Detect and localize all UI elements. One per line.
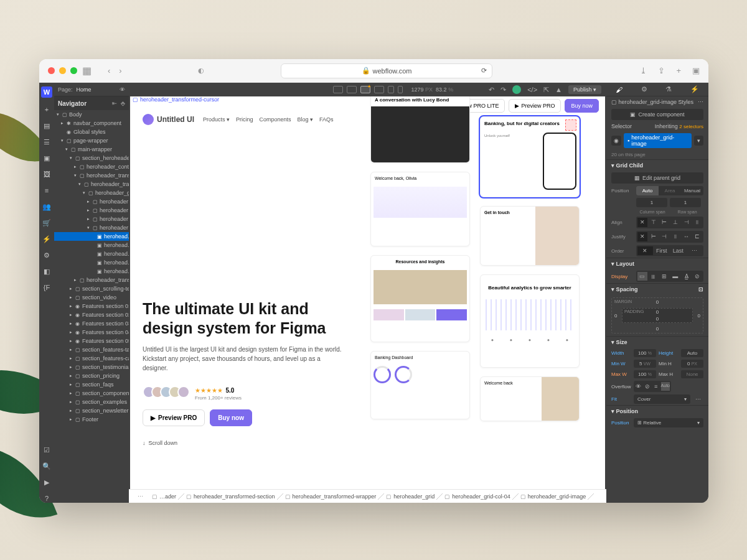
navigator-tree[interactable]: ▾▢Body▸✱navbar_component◉Global styles▾▢… [54, 110, 129, 503]
nav-link[interactable]: Pricing [236, 116, 253, 123]
tree-item[interactable]: ▸◉Features section 01 [54, 302, 129, 310]
class-chip[interactable]: ▪ heroheader_grid-image [624, 133, 692, 148]
tree-item[interactable]: ▸▢section_video [54, 293, 129, 302]
grid-card-selected[interactable]: ▢ heroheader_grid-image ⚙ Banking, but f… [480, 116, 580, 197]
webflow-logo-icon[interactable]: W [41, 86, 52, 98]
close-window-icon[interactable] [48, 67, 55, 74]
interactions-icon[interactable]: ⚗ [665, 85, 672, 93]
url-bar[interactable]: 🔒 webflow.com ⟳ [281, 63, 492, 78]
tree-item[interactable]: ▸▢section_features-tab… [54, 345, 129, 354]
tree-item[interactable]: ▸▢section_examples [54, 398, 129, 406]
components-icon[interactable]: ▣ [42, 154, 51, 162]
tree-item[interactable]: ▾▢page-wrapper [54, 136, 129, 145]
status-ok-icon[interactable] [512, 85, 521, 94]
download-icon[interactable]: ⤓ [640, 66, 647, 75]
grid-card[interactable]: A conversation with Lucy Bond [370, 96, 470, 163]
preview-pro-cta[interactable]: ▶ Preview PRO [143, 409, 205, 426]
device-xl-icon[interactable] [333, 86, 343, 93]
tree-item[interactable]: ▣herohead… [54, 241, 129, 250]
justify-buttons[interactable]: ✕⊢⊣⫴↔⊏ [636, 231, 703, 243]
spacing-editor[interactable]: MARGIN 0 0 0 0 PADDING 0 0 [611, 297, 703, 334]
search-icon[interactable]: 🔍 [42, 462, 51, 470]
fit-more-icon[interactable]: ⋯ [693, 395, 703, 404]
code-icon[interactable]: </> [527, 86, 537, 93]
order-buttons[interactable]: ✕FirstLast⋯ [636, 245, 703, 256]
settings-panel-icon[interactable]: ⚙ [641, 85, 647, 93]
col-span-input[interactable]: 1 [636, 198, 667, 207]
redo-icon[interactable]: ↷ [500, 86, 506, 94]
forward-icon[interactable]: › [119, 66, 121, 75]
breadcrumb-item[interactable]: ▢ …ader [147, 492, 181, 502]
settings-icon[interactable]: ⚙ [42, 251, 51, 259]
nav-link[interactable]: FAQs [319, 116, 334, 123]
tree-item[interactable]: ▸◉Features section 03 [54, 319, 129, 328]
align-buttons[interactable]: ✕⊤⊢⊥⊣⫴ [636, 217, 703, 228]
reload-icon[interactable]: ⟳ [481, 67, 487, 75]
fit-dropdown[interactable]: Cover▾ [634, 394, 690, 404]
position-dropdown[interactable]: ⊞ Relative▾ [634, 418, 703, 427]
maxw-input[interactable]: 100 % [634, 370, 656, 378]
tree-item[interactable]: ▾▢main-wrapper [54, 145, 129, 154]
tree-item[interactable]: ▸▢section_testimonials [54, 363, 129, 371]
pin-icon[interactable]: ⬘ [121, 100, 125, 106]
tree-item[interactable]: ▣herohead… [54, 267, 129, 276]
effects-icon[interactable]: ⚡ [690, 85, 699, 93]
apps-icon[interactable]: ◧ [42, 267, 51, 276]
new-tab-icon[interactable]: + [676, 66, 681, 75]
page-indicator[interactable]: Page: Home 👁 [54, 83, 129, 96]
brush-icon[interactable]: 🖌 [616, 86, 622, 93]
tree-item[interactable]: ▾▢heroheader_transfo… [54, 171, 129, 180]
traffic-lights[interactable] [48, 67, 77, 74]
cms-icon[interactable]: ≡ [42, 186, 51, 195]
device-tablet-icon[interactable] [374, 86, 384, 93]
video-icon[interactable]: ▶ [42, 478, 51, 487]
undo-icon[interactable]: ↶ [489, 86, 494, 94]
grid-card[interactable]: Resources and insights [370, 255, 470, 342]
tree-item[interactable]: ▸▢section_faqs [54, 380, 129, 389]
grid-card[interactable]: Welcome back, Olivia [370, 172, 470, 246]
variables-icon[interactable]: {F [42, 283, 51, 292]
tree-item[interactable]: ▾▢heroheader_gr… [54, 189, 129, 197]
logic-icon[interactable]: ⚡ [42, 235, 51, 243]
export-icon[interactable]: ⇱ [543, 86, 549, 94]
tree-item[interactable]: ▸◉Features section 02 [54, 310, 129, 319]
overflow-buttons[interactable]: 👁⊘≡Auto [634, 381, 671, 392]
audit-icon[interactable]: ☑ [42, 446, 51, 454]
grid-card[interactable]: Beautiful analytics to grow smarter◆◆◆◆◆ [480, 274, 580, 368]
tabs-icon[interactable]: ▣ [692, 66, 700, 75]
selector-target-icon[interactable]: ◉ [611, 136, 621, 146]
tree-item[interactable]: ◉Global styles [54, 128, 129, 136]
inheriting-info[interactable]: Inheriting 2 selectors [655, 123, 703, 129]
minw-input[interactable]: 5 VW [634, 360, 656, 368]
tree-item[interactable]: ▾▢heroheader_tran… [54, 180, 129, 189]
tree-item[interactable]: ▸▢heroheader_transfor… [54, 276, 129, 284]
ecommerce-icon[interactable]: 🛒 [42, 218, 51, 227]
share-icon[interactable]: ⇪ [658, 66, 665, 75]
shield-icon[interactable]: ◐ [198, 67, 204, 75]
nav-link[interactable]: Components [260, 116, 291, 123]
site-logo[interactable]: Untitled UI [143, 114, 194, 125]
tree-item[interactable]: ▸▢section_newsletter [54, 406, 129, 415]
sidebar-toggle-icon[interactable]: ▦ [82, 65, 92, 77]
breadcrumb-item[interactable]: ▢ heroheader_transformed-section [181, 492, 280, 502]
nav-link[interactable]: Products ▾ [203, 116, 230, 123]
publish-button[interactable]: Publish ▾ [568, 85, 601, 94]
tree-item[interactable]: ▸▢section_components [54, 389, 129, 398]
tree-item[interactable]: ▸▢heroheader… [54, 197, 129, 206]
tree-item[interactable]: ▣herohead… [54, 232, 129, 241]
breadcrumb-item[interactable]: ▢ heroheader_transformed-wrapper [280, 492, 382, 502]
minimize-window-icon[interactable] [59, 67, 66, 74]
tree-item[interactable]: ▾▢section_heroheader [54, 154, 129, 162]
assets-icon[interactable]: 🖼 [42, 170, 51, 179]
position-segmented[interactable]: Auto Area Manual [636, 186, 703, 195]
tree-item[interactable]: ▾▢heroheader… [54, 223, 129, 232]
tree-item[interactable]: ▣herohead… [54, 250, 129, 258]
bottom-breadcrumb[interactable]: ⋯ ▢ …ader▢ heroheader_transformed-sectio… [129, 489, 606, 503]
device-mobile-icon[interactable] [398, 86, 403, 93]
breadcrumb-item[interactable]: ▢ heroheader_grid-image [515, 492, 591, 502]
grid-card[interactable]: Welcome back [480, 376, 580, 421]
back-icon[interactable]: ‹ [108, 66, 110, 75]
eye-icon[interactable]: 👁 [120, 86, 125, 93]
add-element-icon[interactable]: + [42, 105, 51, 114]
tree-item[interactable]: ▸◉Features section 04 [54, 328, 129, 337]
